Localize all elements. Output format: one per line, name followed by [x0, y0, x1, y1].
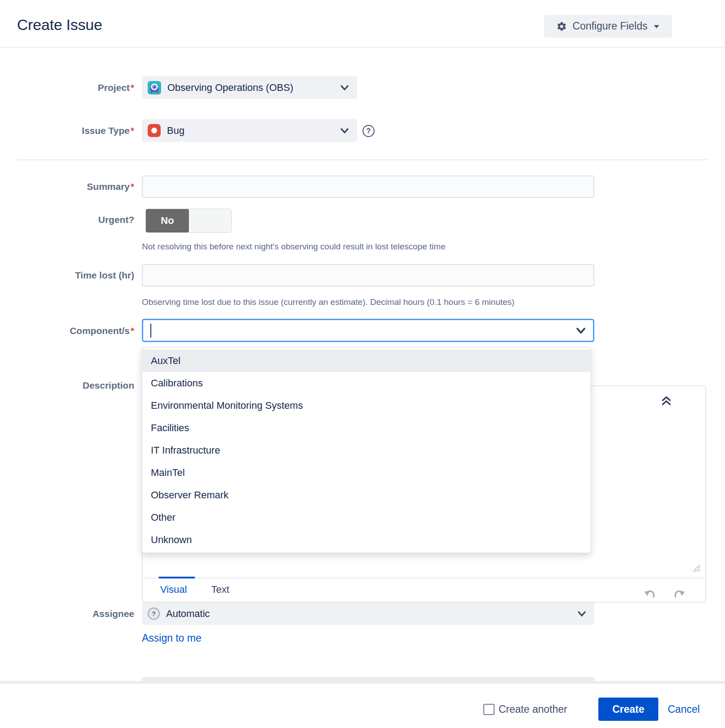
gear-icon — [556, 21, 567, 32]
issue-type-help-icon[interactable]: ? — [362, 125, 375, 137]
bug-icon — [148, 124, 161, 137]
redo-icon[interactable] — [673, 589, 686, 600]
required-asterisk: * — [131, 82, 134, 93]
chevron-down-icon — [340, 85, 349, 91]
create-another-label: Create another — [499, 703, 567, 715]
undo-icon[interactable] — [643, 589, 657, 600]
issue-type-label: Issue Type* — [18, 125, 134, 137]
project-avatar-icon — [148, 81, 161, 94]
project-label: Project* — [18, 82, 134, 94]
editor-tab-divider — [143, 578, 705, 578]
issue-type-select[interactable]: Bug — [142, 119, 357, 142]
summary-label: Summary* — [18, 181, 134, 193]
required-asterisk: * — [131, 325, 134, 336]
time-lost-input[interactable] — [142, 264, 594, 287]
project-select[interactable]: Observing Operations (OBS) — [142, 76, 357, 99]
assign-to-me-link[interactable]: Assign to me — [142, 632, 201, 644]
configure-fields-label: Configure Fields — [572, 20, 647, 32]
urgent-toggle-state[interactable]: No — [146, 209, 189, 232]
create-another-checkbox[interactable] — [483, 704, 495, 715]
required-asterisk: * — [131, 125, 134, 136]
cancel-link[interactable]: Cancel — [668, 703, 700, 715]
page-title: Create Issue — [17, 16, 102, 34]
caret-down-icon — [653, 24, 660, 29]
dropdown-option-it-infrastructure[interactable]: IT Infrastructure — [142, 439, 590, 462]
urgent-toggle[interactable]: No — [145, 209, 232, 233]
chevron-down-icon — [577, 611, 586, 617]
resize-handle-icon[interactable] — [692, 564, 700, 572]
time-lost-help-text: Observing time lost due to this issue (c… — [142, 297, 515, 307]
issue-type-select-value: Bug — [167, 125, 340, 137]
components-combobox[interactable] — [142, 319, 594, 342]
description-label: Description — [18, 380, 134, 391]
assignee-select[interactable]: ? Automatic — [142, 602, 594, 625]
dropdown-option-facilities[interactable]: Facilities — [142, 417, 590, 439]
urgent-help-text: Not resolving this before next night's o… — [142, 242, 445, 252]
footer: Create another Create Cancel — [0, 684, 725, 728]
urgent-label: Urgent? — [18, 214, 134, 226]
chevron-down-icon[interactable] — [576, 327, 586, 334]
dropdown-option-unknown[interactable]: Unknown — [142, 529, 590, 551]
dropdown-option-auxtel[interactable]: AuxTel — [142, 350, 590, 372]
assignee-label: Assignee — [18, 608, 134, 620]
assignee-select-value: Automatic — [166, 608, 577, 620]
automatic-assignee-avatar: ? — [148, 608, 160, 620]
create-issue-dialog: Create Issue Configure Fields Project* — [0, 0, 725, 728]
time-lost-label: Time lost (hr) — [18, 270, 134, 281]
tab-text[interactable]: Text — [211, 584, 229, 595]
components-dropdown-menu: AuxTel Calibrations Environmental Monito… — [142, 348, 591, 553]
dropdown-option-observer-remark[interactable]: Observer Remark — [142, 484, 590, 506]
collapse-toolbar-icon[interactable] — [661, 395, 672, 406]
configure-fields-button[interactable]: Configure Fields — [544, 15, 672, 38]
dropdown-option-maintel[interactable]: MainTel — [142, 462, 590, 484]
tab-visual[interactable]: Visual — [160, 584, 187, 595]
dropdown-option-other[interactable]: Other — [142, 506, 590, 529]
header-divider — [0, 47, 725, 48]
summary-input[interactable] — [142, 176, 594, 198]
dropdown-option-calibrations[interactable]: Calibrations — [142, 372, 590, 394]
text-cursor — [150, 324, 151, 338]
components-label: Component/s* — [18, 325, 134, 337]
project-select-value: Observing Operations (OBS) — [167, 82, 340, 94]
required-asterisk: * — [131, 181, 134, 192]
active-tab-indicator — [158, 577, 195, 578]
dropdown-option-environmental-monitoring-systems[interactable]: Environmental Monitoring Systems — [142, 394, 590, 417]
chevron-down-icon — [340, 128, 349, 134]
urgent-toggle-track[interactable] — [189, 209, 231, 232]
create-button[interactable]: Create — [598, 698, 658, 721]
section-divider — [17, 159, 708, 160]
